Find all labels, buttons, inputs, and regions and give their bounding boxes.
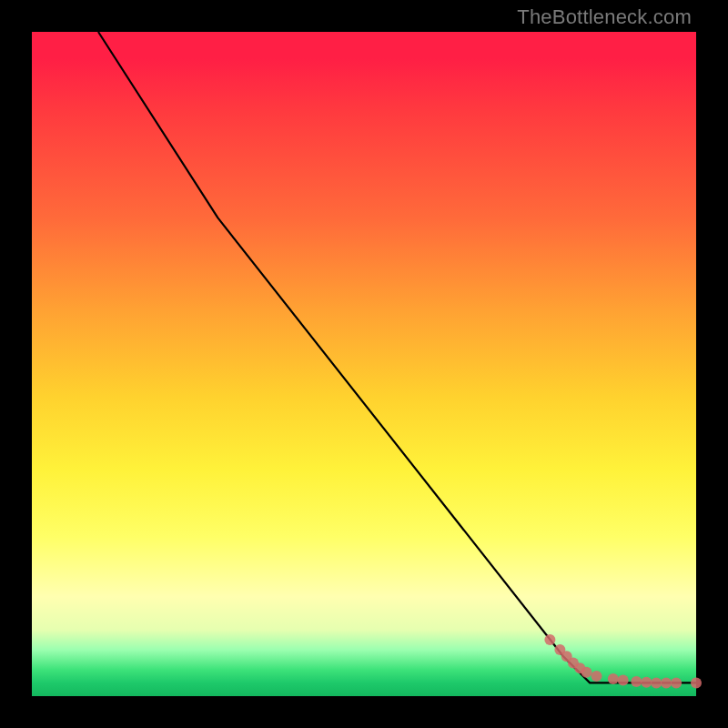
scatter-point xyxy=(608,673,619,684)
scatter-point xyxy=(631,676,642,687)
scatter-point xyxy=(618,675,629,686)
chart-overlay xyxy=(32,32,696,696)
curve-polyline xyxy=(98,32,696,682)
scatter-point xyxy=(544,634,555,645)
scatter-point xyxy=(641,677,652,688)
watermark-text: TheBottleneck.com xyxy=(517,5,692,29)
scatter-point xyxy=(661,677,672,688)
chart-frame: TheBottleneck.com xyxy=(0,0,728,728)
scatter-point xyxy=(581,667,592,678)
scatter-point xyxy=(592,671,602,682)
scatter-point xyxy=(691,677,702,688)
curve-line xyxy=(98,32,696,682)
scatter-point xyxy=(671,677,682,688)
scatter-points xyxy=(544,634,702,688)
scatter-point xyxy=(651,677,662,688)
